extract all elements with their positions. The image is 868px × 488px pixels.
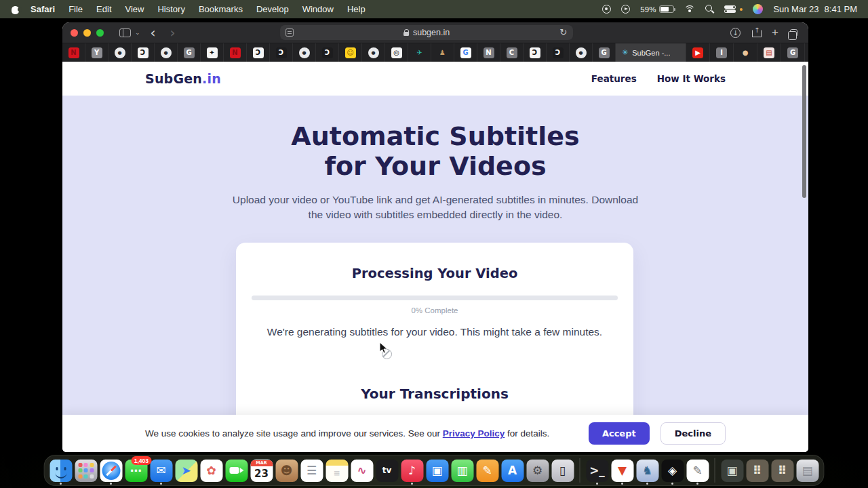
pinned-tab-d-site-light[interactable]: Ɔ <box>247 43 270 62</box>
dock-system-settings[interactable]: ⚙ <box>526 456 549 485</box>
dock-brave[interactable]: ▼ <box>611 456 634 485</box>
dock-iphone-mirroring[interactable]: ▯ <box>551 456 574 485</box>
user-avatar[interactable] <box>753 4 763 14</box>
dock-messages[interactable]: ⋯1,403 <box>125 456 148 485</box>
control-center-icon[interactable] <box>724 5 736 13</box>
dock-maps[interactable]: ➤ <box>175 456 198 485</box>
pinned-tab-d-site-light[interactable]: Ɔ <box>132 43 155 62</box>
dock-calendar[interactable]: MAR23 <box>250 456 273 485</box>
tab-peach-dot[interactable]: ● <box>734 43 757 62</box>
new-tab-button[interactable]: + <box>772 26 778 39</box>
dock-apple-tv[interactable]: tv <box>376 456 399 485</box>
battery-indicator[interactable]: 59% <box>640 5 674 14</box>
menu-history[interactable]: History <box>151 4 191 14</box>
forward-button[interactable]: › <box>166 26 180 39</box>
wifi-icon[interactable] <box>684 5 695 14</box>
reload-icon[interactable]: ↻ <box>559 27 567 37</box>
page-settings-icon[interactable] <box>285 28 294 37</box>
minimize-window-button[interactable] <box>83 29 91 37</box>
screen-record-icon[interactable] <box>602 5 611 14</box>
dock-files-stack-2[interactable]: ⠿ <box>771 456 794 485</box>
pinned-tab-g-site[interactable]: G <box>593 43 616 62</box>
dock-terminal[interactable]: >_ <box>586 456 609 485</box>
dock-mail[interactable]: ✉ <box>150 456 173 485</box>
dock-photos[interactable]: ✿ <box>200 456 223 485</box>
tab-i-site[interactable]: I <box>710 43 734 62</box>
accept-button[interactable]: Accept <box>589 422 650 445</box>
zoom-window-button[interactable] <box>96 29 104 37</box>
menu-safari[interactable]: Safari <box>24 4 62 14</box>
menu-window[interactable]: Window <box>296 4 340 14</box>
dock-music[interactable]: ♪ <box>401 456 424 485</box>
dock-pages[interactable]: ✎ <box>476 456 499 485</box>
pinned-tab-github[interactable]: ● <box>570 43 593 62</box>
decline-button[interactable]: Decline <box>660 422 726 445</box>
active-tab[interactable]: ✳ SubGen -... <box>616 43 686 62</box>
pinned-tab-github[interactable]: ● <box>362 43 385 62</box>
pinned-tab-c-site[interactable]: C <box>500 43 524 62</box>
tab-overview-icon[interactable] <box>790 29 797 37</box>
share-icon[interactable] <box>752 28 760 37</box>
pinned-tab-d-site-light[interactable]: Ɔ <box>524 43 547 62</box>
pinned-tab-figure-site[interactable]: ♟ <box>431 43 454 62</box>
dock-files-stack-1[interactable]: ⠿ <box>746 456 769 485</box>
dock-reminders[interactable]: ☰ <box>300 456 323 485</box>
scrollbar-thumb[interactable] <box>802 65 806 198</box>
pinned-tab-disc-site[interactable]: ◎ <box>385 43 408 62</box>
menu-bookmarks[interactable]: Bookmarks <box>192 4 250 14</box>
pinned-tab-spiral-site[interactable]: ✦ <box>201 43 224 62</box>
tab-bus-site[interactable]: ▤ <box>757 43 781 62</box>
tab-youtube[interactable]: ▶ <box>686 43 710 62</box>
g-site-favicon: G <box>787 47 798 58</box>
apple-menu-icon[interactable] <box>11 4 20 14</box>
nav-features[interactable]: Features <box>591 73 637 84</box>
menu-help[interactable]: Help <box>340 4 372 14</box>
menu-file[interactable]: File <box>62 4 90 14</box>
pinned-tab-d-site-dark[interactable]: Ɔ <box>547 43 570 62</box>
dock-notes[interactable]: ≡ <box>326 456 349 485</box>
dock-keynote[interactable]: ▣ <box>426 456 449 485</box>
menu-edit[interactable]: Edit <box>90 4 118 14</box>
pinned-tab-github[interactable]: ● <box>293 43 316 62</box>
playback-icon[interactable] <box>621 5 630 14</box>
menu-develop[interactable]: Develop <box>250 4 296 14</box>
spotlight-search-icon[interactable] <box>705 5 714 14</box>
pinned-tab-n-site[interactable]: N <box>477 43 500 62</box>
pinned-tab-github[interactable]: ● <box>108 43 132 62</box>
pinned-tab-netflix[interactable]: N <box>62 43 85 62</box>
pinned-tab-teal-bird[interactable]: ✈ <box>408 43 431 62</box>
dock-finder[interactable] <box>50 456 73 485</box>
pinned-tab-g-site[interactable]: G <box>178 43 201 62</box>
pinned-tab-google[interactable]: G <box>454 43 477 62</box>
dock-freeform[interactable]: ∿ <box>351 456 374 485</box>
dock-cube-app[interactable]: ◈ <box>661 456 684 485</box>
sidebar-toggle-icon[interactable] <box>119 28 131 37</box>
dock-textedit[interactable]: ✎ <box>686 456 709 485</box>
dock-trash[interactable]: ▤ <box>796 456 819 485</box>
tab-g-site[interactable]: G <box>781 43 805 62</box>
pinned-tab-y-site[interactable]: Y <box>85 43 108 62</box>
menu-view[interactable]: View <box>119 4 151 14</box>
address-bar[interactable]: subgen.in ↻ <box>280 25 573 40</box>
pinned-tab-huggingface[interactable]: ☺ <box>339 43 362 62</box>
dock-launchpad[interactable] <box>75 456 98 485</box>
menu-clock[interactable]: Sun Mar 23 8:41 PM <box>773 4 857 14</box>
dock-facetime[interactable] <box>225 456 248 485</box>
pinned-tab-d-site-dark[interactable]: Ɔ <box>316 43 339 62</box>
pinned-tab-d-site-dark[interactable]: Ɔ <box>270 43 293 62</box>
dock-screenshots-stack[interactable]: ▣ <box>721 456 744 485</box>
nav-how-it-works[interactable]: How It Works <box>657 73 726 84</box>
back-button[interactable]: ‹ <box>146 26 160 39</box>
downloads-icon[interactable]: ↓ <box>730 28 741 38</box>
close-window-button[interactable] <box>71 29 78 37</box>
site-logo[interactable]: SubGen.in <box>145 71 221 86</box>
dock-postgres[interactable]: ♞ <box>636 456 659 485</box>
privacy-policy-link[interactable]: Privacy Policy <box>443 428 505 439</box>
dock-numbers[interactable]: ▥ <box>451 456 474 485</box>
pinned-tab-github[interactable]: ● <box>155 43 178 62</box>
dock-safari[interactable] <box>100 456 123 485</box>
dock-app-store[interactable]: A <box>501 456 524 485</box>
dock-contacts[interactable]: ☻ <box>275 456 298 485</box>
chevron-down-icon[interactable]: ⌄ <box>135 29 140 36</box>
pinned-tab-netflix[interactable]: N <box>224 43 247 62</box>
